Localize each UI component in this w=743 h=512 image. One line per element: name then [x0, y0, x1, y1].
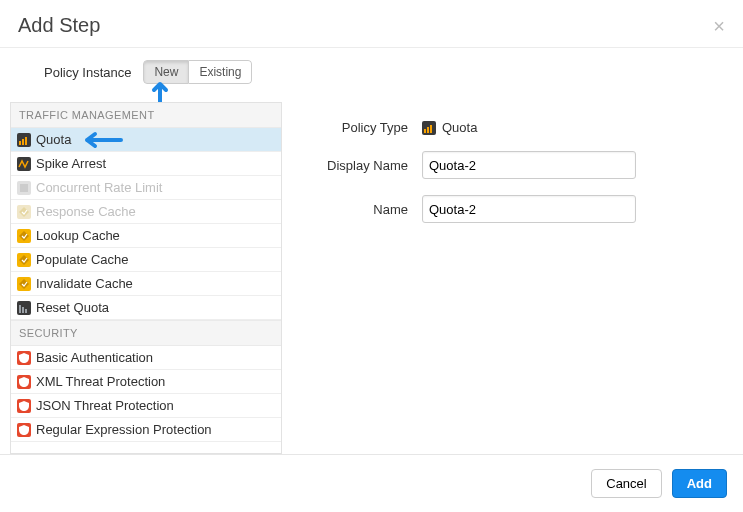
policy-item-quota[interactable]: Quota [11, 128, 281, 152]
section-traffic-management: TRAFFIC MANAGEMENT [11, 103, 281, 128]
policy-item-label: Basic Authentication [36, 350, 153, 365]
svg-rect-7 [20, 184, 28, 192]
toggle-existing-button[interactable]: Existing [189, 60, 252, 84]
row-name: Name [312, 195, 729, 223]
policy-item-label: Regular Expression Protection [36, 422, 212, 437]
add-step-modal: Add Step × Policy Instance New Existing … [0, 0, 743, 512]
close-icon[interactable]: × [713, 16, 725, 36]
policy-type-label: Policy Type [312, 120, 408, 135]
populate-cache-icon [17, 253, 31, 267]
invalidate-cache-icon [17, 277, 31, 291]
quota-icon [17, 133, 31, 147]
policy-item-spike-arrest[interactable]: Spike Arrest [11, 152, 281, 176]
policy-item-invalidate-cache[interactable]: Invalidate Cache [11, 272, 281, 296]
policy-item-regular-expression-protection[interactable]: Regular Expression Protection [11, 418, 281, 442]
xml-threat-protection-icon [17, 375, 31, 389]
policy-instance-toggle: New Existing [143, 60, 252, 84]
modal-header: Add Step × [0, 0, 743, 48]
basic-authentication-icon [17, 351, 31, 365]
row-display-name: Display Name [312, 151, 729, 179]
section-security: SECURITY [11, 320, 281, 346]
policy-item-json-threat-protection[interactable]: JSON Threat Protection [11, 394, 281, 418]
policy-list: TRAFFIC MANAGEMENT Quota Spike Arrest Co… [10, 102, 282, 454]
policy-type-value: Quota [442, 120, 477, 135]
row-policy-type: Policy Type Quota [312, 120, 729, 135]
policy-item-label: Lookup Cache [36, 228, 120, 243]
policy-item-reset-quota[interactable]: Reset Quota [11, 296, 281, 320]
name-input[interactable] [422, 195, 636, 223]
policy-item-label: JSON Threat Protection [36, 398, 174, 413]
policy-instance-toggle-row: Policy Instance New Existing [0, 48, 743, 102]
toggle-new-button[interactable]: New [143, 60, 189, 84]
reset-quota-icon [17, 301, 31, 315]
quota-icon [422, 121, 436, 135]
policy-form: Policy Type Quota Display Name Name [282, 102, 733, 454]
policy-item-label: Invalidate Cache [36, 276, 133, 291]
concurrent-rate-limit-icon [17, 181, 31, 195]
response-cache-icon [17, 205, 31, 219]
cancel-button[interactable]: Cancel [591, 469, 661, 498]
json-threat-protection-icon [17, 399, 31, 413]
policy-item-response-cache: Response Cache [11, 200, 281, 224]
policy-item-label: Spike Arrest [36, 156, 106, 171]
policy-item-populate-cache[interactable]: Populate Cache [11, 248, 281, 272]
policy-item-lookup-cache[interactable]: Lookup Cache [11, 224, 281, 248]
policy-item-concurrent-rate-limit: Concurrent Rate Limit [11, 176, 281, 200]
policy-item-label: Populate Cache [36, 252, 129, 267]
policy-item-basic-authentication[interactable]: Basic Authentication [11, 346, 281, 370]
policy-item-label: Response Cache [36, 204, 136, 219]
policy-instance-label: Policy Instance [44, 65, 131, 80]
add-button[interactable]: Add [672, 469, 727, 498]
modal-footer: Cancel Add [0, 454, 743, 512]
modal-title: Add Step [18, 14, 713, 37]
modal-body: TRAFFIC MANAGEMENT Quota Spike Arrest Co… [0, 102, 743, 454]
policy-item-label: Quota [36, 132, 71, 147]
spike-arrest-icon [17, 157, 31, 171]
policy-item-label: Reset Quota [36, 300, 109, 315]
name-label: Name [312, 202, 408, 217]
policy-item-label: XML Threat Protection [36, 374, 165, 389]
lookup-cache-icon [17, 229, 31, 243]
display-name-input[interactable] [422, 151, 636, 179]
display-name-label: Display Name [312, 158, 408, 173]
regular-expression-protection-icon [17, 423, 31, 437]
annotation-arrow-quota [81, 131, 125, 149]
policy-item-label: Concurrent Rate Limit [36, 180, 162, 195]
policy-item-xml-threat-protection[interactable]: XML Threat Protection [11, 370, 281, 394]
